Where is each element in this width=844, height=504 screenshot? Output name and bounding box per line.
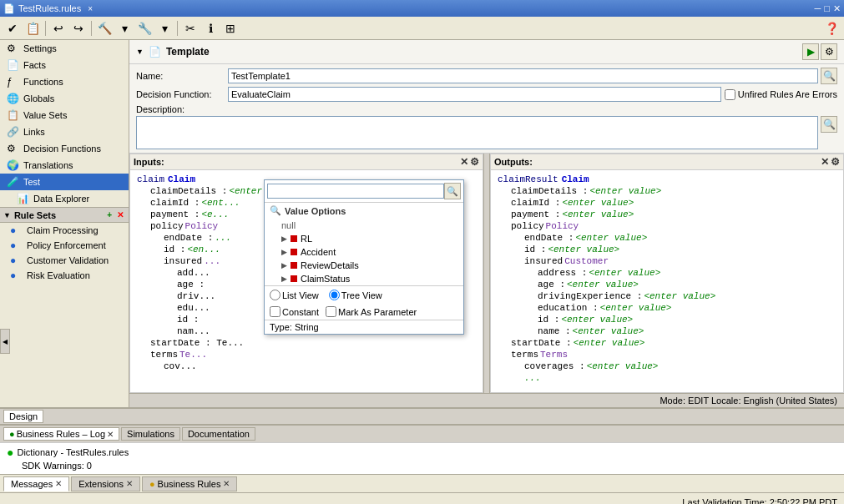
title-close-btn[interactable]: ×: [88, 4, 93, 13]
sidebar-item-test-label: Test: [23, 177, 40, 187]
constant-option[interactable]: Constant: [270, 306, 319, 317]
dropdown-search-input[interactable]: [267, 184, 444, 199]
claim-processing-icon: ●: [10, 224, 23, 236]
dropdown-reviewdetails-item[interactable]: ▶ ReviewDetails: [265, 259, 463, 272]
outputs-title: Outputs:: [494, 157, 533, 167]
toolbar-deploy-dropdown-btn[interactable]: ▾: [155, 19, 174, 38]
sidebar-rule-policy-enforcement[interactable]: ● Policy Enforcement: [0, 238, 129, 253]
name-label: Name:: [136, 71, 228, 81]
window-controls: ─ □ ✕: [815, 3, 841, 14]
toolbar-undo-btn[interactable]: ↩: [49, 19, 68, 38]
sidebar-item-decision-functions[interactable]: ⚙ Decision Functions: [0, 140, 129, 157]
reviewdetails-red-icon: [291, 262, 297, 269]
sidebar-rule-policy-enforcement-label: Policy Enforcement: [27, 240, 106, 250]
tree-view-option[interactable]: Tree View: [329, 290, 382, 300]
toolbar-checkmark-btn[interactable]: ✔: [3, 19, 22, 38]
toolbar-help-btn[interactable]: ❓: [822, 19, 841, 38]
list-view-radio[interactable]: [270, 290, 280, 300]
description-textarea[interactable]: [136, 116, 818, 149]
toolbar-build-dropdown-btn[interactable]: ▾: [115, 19, 134, 38]
toolbar-copy-btn[interactable]: 📋: [23, 19, 42, 38]
toolbar-redo-btn[interactable]: ↪: [69, 19, 88, 38]
log-row-dictionary: ● Dictionary - TestRules.rules: [7, 445, 837, 460]
bottom-tab-extensions[interactable]: Extensions ✕: [71, 476, 140, 491]
log-tab-documentation[interactable]: Documentation: [182, 427, 255, 441]
dropdown-claimstatus-item[interactable]: ▶ ClaimStatus: [265, 272, 463, 285]
sidebar-item-decision-functions-label: Decision Functions: [23, 144, 101, 154]
sidebar-item-settings[interactable]: ⚙ Settings: [0, 40, 129, 57]
log-content: ● Dictionary - TestRules.rules SDK Warni…: [0, 442, 844, 474]
enddate-input[interactable]: ...: [215, 233, 231, 243]
payment-input[interactable]: <e...: [201, 209, 229, 219]
template-settings-btn[interactable]: ⚙: [821, 43, 837, 60]
title-bar: 📄 TestRules.rules × ─ □ ✕: [0, 0, 844, 17]
dropdown-rl-item[interactable]: ▶ RL: [265, 232, 463, 245]
facts-icon: 📄: [7, 59, 20, 71]
messages-tab-close[interactable]: ✕: [55, 479, 62, 488]
sidebar-item-test[interactable]: 🧪 Test: [0, 174, 129, 190]
template-run-btn[interactable]: ▶: [802, 43, 819, 60]
dropdown-accident-item[interactable]: ▶ Accident: [265, 245, 463, 259]
toolbar-grid-btn[interactable]: ⊞: [221, 19, 240, 38]
extensions-tab-close[interactable]: ✕: [126, 479, 133, 488]
description-label: Description:: [136, 104, 837, 114]
mark-as-parameter-checkbox[interactable]: [326, 306, 336, 317]
rule-sets-add-btn[interactable]: +: [105, 209, 114, 220]
name-lookup-btn[interactable]: 🔍: [821, 68, 837, 84]
mode-status-bar: Mode: EDIT Locale: English (United State…: [129, 393, 844, 407]
sidebar-item-valuesets-label: Value Sets: [23, 110, 67, 120]
sidebar-item-links[interactable]: 🔗 Links: [0, 123, 129, 140]
rl-red-icon: [291, 235, 297, 242]
accident-expand-icon: ▶: [281, 248, 287, 256]
list-view-option[interactable]: List View: [270, 290, 319, 300]
inputs-panel: Inputs: ✕ ⚙ claim Claim claimDetails : <: [129, 154, 483, 393]
rl-expand-icon: ▶: [281, 234, 287, 243]
test-icon: 🧪: [7, 176, 20, 188]
description-btn[interactable]: 🔍: [821, 116, 837, 133]
bottom-tab-business-rules[interactable]: ● Business Rules ✕: [142, 476, 237, 491]
business-rules-tab-close[interactable]: ✕: [223, 479, 230, 488]
name-input[interactable]: [228, 68, 818, 83]
log-row-sdk: SDK Warnings: 0: [7, 460, 837, 471]
sidebar-rule-risk-evaluation[interactable]: ● Risk Evaluation: [0, 268, 129, 283]
log-tab-business-rules[interactable]: ● Business Rules – Log ✕: [3, 427, 119, 441]
dropdown-search-btn[interactable]: 🔍: [444, 183, 461, 199]
tree-view-radio[interactable]: [329, 290, 340, 300]
toolbar-info-btn[interactable]: ℹ: [201, 19, 220, 38]
id-input[interactable]: <en...: [187, 244, 220, 255]
rule-sets-collapse[interactable]: ▼: [3, 211, 11, 219]
policy-label: Policy: [185, 221, 219, 231]
design-tab[interactable]: Design: [3, 410, 43, 423]
decision-functions-icon: ⚙: [7, 143, 20, 154]
sidebar-rule-claim-processing[interactable]: ● Claim Processing: [0, 223, 129, 238]
log-tab-close[interactable]: ✕: [107, 430, 114, 439]
toolbar-deploy-btn[interactable]: 🔧: [135, 19, 154, 38]
sidebar-item-globals[interactable]: 🌐 Globals: [0, 90, 129, 107]
sidebar-collapse-btn[interactable]: ◀: [0, 329, 10, 354]
mark-as-parameter-option[interactable]: Mark As Parameter: [326, 306, 417, 317]
claim-id-input[interactable]: <ent...: [201, 198, 240, 208]
dropdown-null-item[interactable]: null: [265, 219, 463, 232]
io-splitter[interactable]: [483, 154, 490, 393]
rule-sets-remove-btn[interactable]: ✕: [115, 209, 125, 220]
links-icon: 🔗: [7, 126, 20, 138]
decision-function-input[interactable]: [228, 87, 721, 102]
sidebar-item-facts[interactable]: 📄 Facts: [0, 57, 129, 73]
sidebar-rule-customer-validation[interactable]: ● Customer Validation: [0, 253, 129, 268]
inputs-settings-btn[interactable]: ⚙: [470, 156, 479, 168]
constant-checkbox[interactable]: [270, 306, 280, 317]
sidebar-item-functions[interactable]: ƒ Functions: [0, 73, 129, 90]
bottom-tab-messages[interactable]: Messages ✕: [3, 476, 69, 491]
toolbar-scissors-btn[interactable]: ✂: [181, 19, 200, 38]
inputs-close-btn[interactable]: ✕: [460, 156, 468, 168]
sidebar-item-translations[interactable]: 🌍 Translations: [0, 157, 129, 174]
template-collapse-btn[interactable]: ▼: [136, 48, 144, 56]
unfired-rules-checkbox[interactable]: [725, 89, 735, 100]
toolbar-build-btn[interactable]: 🔨: [95, 19, 114, 38]
outputs-close-btn[interactable]: ✕: [821, 156, 829, 168]
sidebar-item-valuesets[interactable]: 📋 Value Sets: [0, 107, 129, 123]
outputs-settings-btn[interactable]: ⚙: [831, 156, 840, 168]
log-tab-simulations[interactable]: Simulations: [121, 427, 180, 441]
design-tab-bar: Design: [0, 407, 844, 424]
sidebar-item-data-explorer[interactable]: 📊 Data Explorer: [0, 190, 129, 207]
